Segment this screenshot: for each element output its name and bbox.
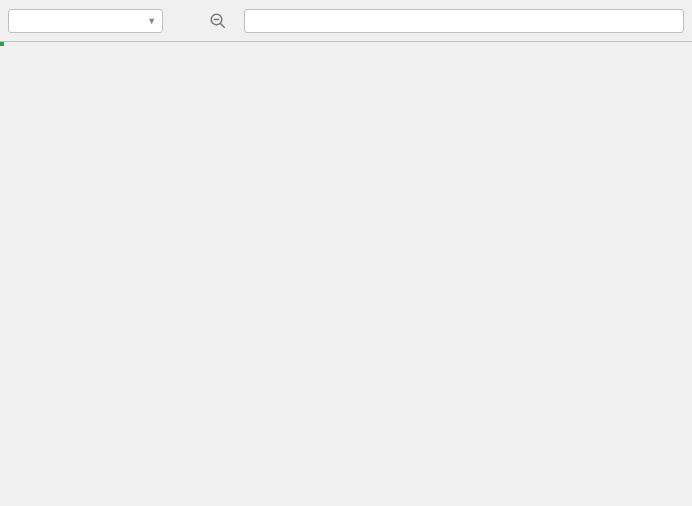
name-box-dropdown-icon[interactable]: ▼ bbox=[145, 16, 158, 26]
zoom-out-icon[interactable] bbox=[208, 11, 228, 31]
svg-line-1 bbox=[220, 23, 225, 28]
name-box[interactable]: ▼ bbox=[8, 9, 163, 33]
selection-marquee bbox=[0, 42, 4, 46]
formula-input[interactable] bbox=[244, 9, 684, 33]
name-box-input[interactable] bbox=[17, 13, 145, 28]
formula-bar: ▼ bbox=[0, 0, 692, 42]
